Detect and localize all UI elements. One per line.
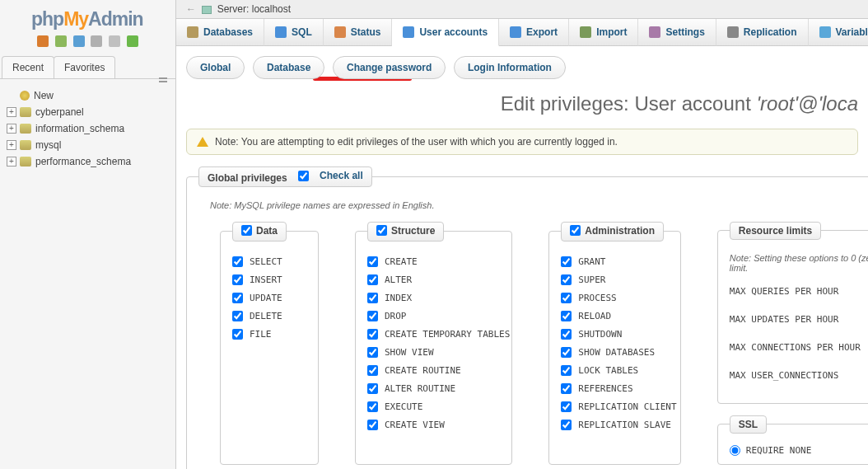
priv-checkbox[interactable] <box>367 420 378 430</box>
priv-checkbox[interactable] <box>367 256 378 267</box>
priv-checkbox[interactable] <box>561 365 572 376</box>
tab-variables[interactable]: Variables <box>809 19 869 46</box>
tab-favorites[interactable]: Favorites <box>54 56 115 78</box>
priv-checkbox[interactable] <box>232 329 243 340</box>
server-host[interactable]: localhost <box>252 3 291 15</box>
ssl-require-none-radio[interactable] <box>730 445 740 456</box>
expand-icon[interactable]: + <box>7 157 16 166</box>
reload-icon[interactable] <box>127 35 138 47</box>
nav-settings-icon[interactable] <box>109 35 120 47</box>
priv-replication-client[interactable]: REPLICATION CLIENT <box>561 401 669 412</box>
priv-create-view[interactable]: CREATE VIEW <box>367 420 500 430</box>
tab-recent[interactable]: Recent <box>2 56 54 78</box>
tree-db-performance_schema[interactable]: +performance_schema <box>7 153 175 170</box>
priv-checkbox[interactable] <box>561 420 572 430</box>
priv-select[interactable]: SELECT <box>232 256 306 267</box>
priv-reload[interactable]: RELOAD <box>561 311 669 321</box>
priv-show-view[interactable]: SHOW VIEW <box>367 347 500 358</box>
priv-update[interactable]: UPDATE <box>232 293 306 303</box>
subtab-database[interactable]: Database <box>253 56 324 79</box>
priv-lock-tables[interactable]: LOCK TABLES <box>561 365 669 376</box>
priv-checkbox[interactable] <box>367 274 378 285</box>
priv-checkbox[interactable] <box>367 401 378 412</box>
docs-icon[interactable] <box>73 35 85 47</box>
structure-group-checkbox[interactable] <box>376 225 387 236</box>
priv-create-routine[interactable]: CREATE ROUTINE <box>367 365 500 376</box>
logo[interactable]: phpMyAdmin <box>0 0 175 34</box>
priv-checkbox[interactable] <box>367 329 378 340</box>
privilege-grid: Data SELECTINSERTUPDATEDELETEFILE Struct… <box>198 222 868 470</box>
check-all-checkbox[interactable] <box>298 171 309 181</box>
subtab-global[interactable]: Global <box>186 56 245 79</box>
sql-icon[interactable] <box>91 35 102 47</box>
priv-index[interactable]: INDEX <box>367 293 500 303</box>
priv-process[interactable]: PROCESS <box>561 293 669 303</box>
priv-create-temporary-tables[interactable]: CREATE TEMPORARY TABLES <box>367 329 500 340</box>
data-group-checkbox[interactable] <box>241 225 252 236</box>
data-group-label[interactable]: Data <box>241 225 278 237</box>
priv-checkbox[interactable] <box>561 347 572 358</box>
priv-checkbox[interactable] <box>367 383 378 394</box>
tree-db-cyberpanel[interactable]: +cyberpanel <box>7 104 175 120</box>
priv-checkbox[interactable] <box>561 383 572 394</box>
tab-user-accounts[interactable]: User accounts <box>392 19 499 46</box>
expand-icon[interactable]: + <box>7 140 16 150</box>
priv-checkbox[interactable] <box>232 311 243 321</box>
priv-delete[interactable]: DELETE <box>232 311 306 321</box>
check-all-link[interactable]: Check all <box>320 170 363 181</box>
priv-replication-slave[interactable]: REPLICATION SLAVE <box>561 420 669 430</box>
tab-databases[interactable]: Databases <box>176 19 264 46</box>
ssl-require-none-row[interactable]: REQUIRE NONE <box>730 445 868 456</box>
subtab-login-info[interactable]: Login Information <box>454 56 566 79</box>
check-all-wrapper[interactable]: Check all <box>298 170 363 181</box>
priv-create[interactable]: CREATE <box>367 256 500 267</box>
priv-checkbox[interactable] <box>232 274 243 285</box>
priv-checkbox[interactable] <box>561 329 572 340</box>
priv-alter-routine[interactable]: ALTER ROUTINE <box>367 383 500 394</box>
expand-icon[interactable]: + <box>7 124 16 134</box>
priv-checkbox[interactable] <box>367 311 378 321</box>
link-icon[interactable] <box>159 77 167 82</box>
priv-checkbox[interactable] <box>367 347 378 358</box>
priv-checkbox[interactable] <box>561 274 572 285</box>
priv-execute[interactable]: EXECUTE <box>367 401 500 412</box>
structure-group-label[interactable]: Structure <box>376 225 435 237</box>
priv-insert[interactable]: INSERT <box>232 274 306 285</box>
subtab-change-password[interactable]: Change password <box>333 56 446 79</box>
tab-settings[interactable]: Settings <box>638 19 716 46</box>
priv-checkbox[interactable] <box>561 311 572 321</box>
priv-checkbox[interactable] <box>561 401 572 412</box>
user-identifier: 'root'@'loca <box>757 92 859 115</box>
priv-show-databases[interactable]: SHOW DATABASES <box>561 347 669 358</box>
tree-db-information_schema[interactable]: +information_schema <box>7 120 175 137</box>
priv-alter[interactable]: ALTER <box>367 274 500 285</box>
administration-group-checkbox[interactable] <box>570 225 581 236</box>
home-icon[interactable] <box>37 35 49 47</box>
priv-checkbox[interactable] <box>561 256 572 267</box>
logout-icon[interactable] <box>55 35 67 47</box>
tree-db-mysql[interactable]: +mysql <box>7 137 175 153</box>
resource-limits-legend: Resource limits <box>730 222 821 240</box>
priv-checkbox[interactable] <box>232 256 243 267</box>
tab-import[interactable]: Import <box>569 19 638 46</box>
resource-max-user_connections: MAX USER_CONNECTIONS <box>730 367 868 385</box>
priv-super[interactable]: SUPER <box>561 274 669 285</box>
priv-checkbox[interactable] <box>367 293 378 303</box>
administration-group-label[interactable]: Administration <box>570 225 655 237</box>
tab-replication[interactable]: Replication <box>716 19 809 46</box>
priv-checkbox[interactable] <box>561 293 572 303</box>
warning-icon <box>197 137 208 147</box>
tab-status[interactable]: Status <box>324 19 393 46</box>
tab-sql[interactable]: SQL <box>264 19 324 46</box>
priv-checkbox[interactable] <box>367 365 378 376</box>
priv-checkbox[interactable] <box>232 293 243 303</box>
expand-icon[interactable]: + <box>7 107 16 117</box>
priv-shutdown[interactable]: SHUTDOWN <box>561 329 669 340</box>
tree-new[interactable]: New <box>7 87 175 104</box>
priv-references[interactable]: REFERENCES <box>561 383 669 394</box>
priv-file[interactable]: FILE <box>232 329 306 340</box>
top-tabs: Databases SQL Status User accounts Expor… <box>176 19 868 46</box>
tab-export[interactable]: Export <box>499 19 569 46</box>
priv-grant[interactable]: GRANT <box>561 256 669 267</box>
priv-drop[interactable]: DROP <box>367 311 500 321</box>
